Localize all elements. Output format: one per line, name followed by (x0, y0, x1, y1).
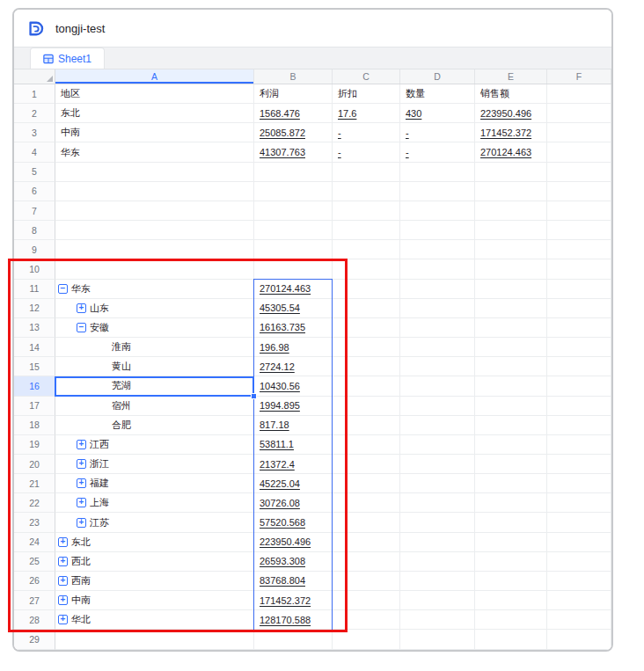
cell-E5[interactable] (475, 163, 547, 182)
cell-D7[interactable] (400, 201, 475, 221)
cell-D18[interactable] (400, 416, 475, 435)
cell-E26[interactable] (475, 572, 547, 591)
cell-A20[interactable]: +浙江 (55, 455, 254, 474)
cell-D5[interactable] (400, 163, 475, 182)
cell-E11[interactable] (475, 280, 547, 299)
cell-A28[interactable]: +华北 (55, 610, 254, 630)
cell-B7[interactable] (254, 201, 333, 221)
cell-C2[interactable]: 17.6 (333, 104, 400, 123)
cell-C29[interactable] (333, 630, 400, 649)
cell-F9[interactable] (547, 240, 611, 259)
cell-F4[interactable] (547, 142, 611, 162)
cell-A12[interactable]: +山东 (55, 299, 254, 318)
cell-A1[interactable]: 地区 (55, 84, 254, 104)
cell-F7[interactable] (547, 201, 611, 221)
cell-C7[interactable] (333, 201, 400, 221)
expand-icon[interactable]: + (77, 478, 86, 488)
row-header-19[interactable]: 19 (14, 435, 55, 455)
cell-C13[interactable] (333, 318, 400, 338)
cell-D6[interactable] (400, 182, 475, 201)
expand-icon[interactable]: + (77, 518, 86, 528)
cell-C10[interactable] (333, 259, 400, 279)
cell-B21[interactable]: 45225.04 (254, 474, 333, 493)
cell-A23[interactable]: +江苏 (55, 513, 254, 532)
row-header-16[interactable]: 16 (14, 376, 55, 396)
cell-E4[interactable]: 270124.463 (475, 142, 547, 162)
cell-D12[interactable] (400, 299, 475, 318)
cell-A26[interactable]: +西南 (55, 572, 254, 591)
cell-A14[interactable]: 淮南 (55, 338, 254, 357)
row-header-8[interactable]: 8 (14, 221, 55, 240)
cell-B22[interactable]: 30726.08 (254, 493, 333, 513)
cell-E1[interactable]: 销售额 (475, 84, 547, 104)
expand-icon[interactable]: + (77, 498, 86, 507)
cell-E14[interactable] (475, 338, 547, 357)
row-header-13[interactable]: 13 (14, 318, 55, 338)
cell-A15[interactable]: 黄山 (55, 357, 254, 376)
cell-F27[interactable] (547, 591, 611, 610)
cell-E22[interactable] (475, 493, 547, 513)
cell-F19[interactable] (547, 435, 611, 455)
cell-F2[interactable] (547, 104, 611, 123)
cell-E13[interactable] (475, 318, 547, 338)
cell-A19[interactable]: +江西 (55, 435, 254, 455)
cell-B15[interactable]: 2724.12 (254, 357, 333, 376)
cell-A11[interactable]: −华东 (55, 280, 254, 299)
cell-C3[interactable]: - (333, 123, 400, 142)
cell-F6[interactable] (547, 182, 611, 201)
cell-D4[interactable]: - (400, 142, 475, 162)
row-header-2[interactable]: 2 (14, 104, 55, 123)
cell-A13[interactable]: −安徽 (55, 318, 254, 338)
cell-B12[interactable]: 45305.54 (254, 299, 333, 318)
cell-F20[interactable] (547, 455, 611, 474)
cell-C1[interactable]: 折扣 (333, 84, 400, 104)
cell-E29[interactable] (475, 630, 547, 649)
cell-D15[interactable] (400, 357, 475, 376)
row-header-4[interactable]: 4 (14, 142, 55, 162)
cell-D1[interactable]: 数量 (400, 84, 475, 104)
cell-A4[interactable]: 华东 (55, 142, 254, 162)
expand-icon[interactable]: + (58, 557, 68, 566)
row-header-7[interactable]: 7 (14, 201, 55, 221)
select-all-corner[interactable] (14, 69, 55, 84)
fill-handle[interactable] (251, 393, 257, 399)
cell-B1[interactable]: 利润 (254, 84, 333, 104)
cell-E8[interactable] (475, 221, 547, 240)
cell-F11[interactable] (547, 280, 611, 299)
cell-C16[interactable] (333, 376, 400, 396)
cell-F3[interactable] (547, 123, 611, 142)
cell-C23[interactable] (333, 513, 400, 532)
cell-E28[interactable] (475, 610, 547, 630)
cell-D17[interactable] (400, 397, 475, 416)
cell-B14[interactable]: 196.98 (254, 338, 333, 357)
cell-F28[interactable] (547, 610, 611, 630)
cell-A7[interactable] (55, 201, 254, 221)
cell-D11[interactable] (400, 280, 475, 299)
cell-D14[interactable] (400, 338, 475, 357)
cell-D25[interactable] (400, 552, 475, 572)
cell-F10[interactable] (547, 259, 611, 279)
expand-icon[interactable]: + (77, 459, 86, 469)
row-header-26[interactable]: 26 (14, 572, 55, 591)
cell-B5[interactable] (254, 163, 333, 182)
cell-C18[interactable] (333, 416, 400, 435)
cell-A8[interactable] (55, 221, 254, 240)
cell-F29[interactable] (547, 630, 611, 649)
cell-F15[interactable] (547, 357, 611, 376)
row-header-1[interactable]: 1 (14, 84, 55, 104)
cell-A6[interactable] (55, 182, 254, 201)
row-header-23[interactable]: 23 (14, 513, 55, 532)
cell-A25[interactable]: +西北 (55, 552, 254, 572)
row-header-17[interactable]: 17 (14, 397, 55, 416)
row-header-28[interactable]: 28 (14, 610, 55, 630)
cell-E18[interactable] (475, 416, 547, 435)
row-header-22[interactable]: 22 (14, 493, 55, 513)
cell-A16[interactable]: 芜湖 (55, 376, 254, 396)
cell-D9[interactable] (400, 240, 475, 259)
cell-C5[interactable] (333, 163, 400, 182)
cell-D26[interactable] (400, 572, 475, 591)
row-header-15[interactable]: 15 (14, 357, 55, 376)
cell-F13[interactable] (547, 318, 611, 338)
row-header-18[interactable]: 18 (14, 416, 55, 435)
cell-A9[interactable] (55, 240, 254, 259)
